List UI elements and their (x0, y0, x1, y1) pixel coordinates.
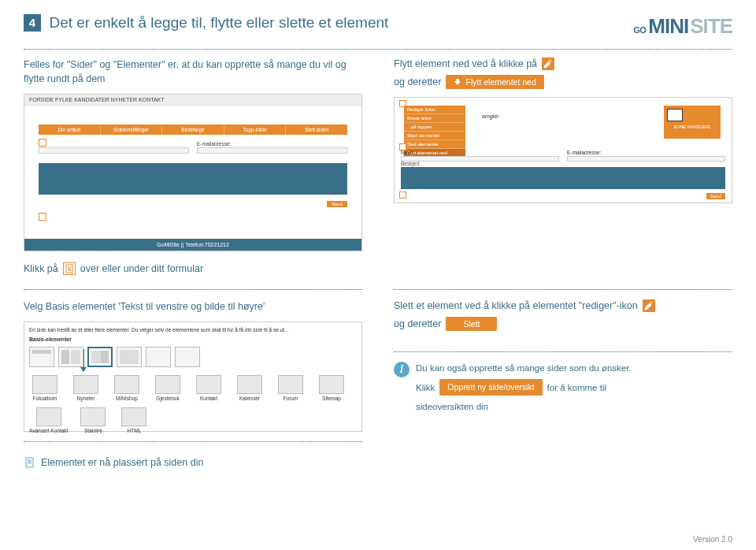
document-icon (24, 456, 36, 469)
screenshot-context-menu: Rediger felter Brede tekst ...på toppen … (394, 97, 732, 203)
logo-site: SITE (690, 14, 732, 39)
screenshot-page-editor: FORSIDE FYLKE KANDIDATER NYHETER KONTAKT… (24, 94, 362, 251)
edit-handle-icon (39, 139, 46, 147)
version-label: Version 2.0 (693, 535, 732, 544)
layout-tile (146, 347, 171, 367)
pencil-icon (542, 58, 554, 70)
module-tile: Gjestebok (152, 375, 183, 401)
layout-tile (29, 347, 54, 367)
divider (24, 49, 732, 50)
delete-button-label: Slett (463, 319, 480, 329)
tip-klikk: Klikk (416, 381, 435, 394)
click-on-prefix: Klikk på (24, 263, 58, 274)
send-button: Send (706, 193, 725, 199)
arrow-down-icon (454, 78, 461, 86)
click-on-suffix: over eller under ditt formular (80, 263, 203, 274)
card-label: EGNE HANDLERE (664, 124, 721, 129)
ss1-footer: GoMiSite || Telefon:70221212 (24, 239, 361, 251)
picker-desc: En side kan bestå av et eller flere elem… (29, 327, 357, 333)
send-button: Send (327, 201, 347, 207)
ss1-toolbar: Din artikel Sideinnstillinger Bildefarge… (39, 124, 347, 135)
delete-line2-prefix: og deretter (394, 318, 441, 329)
tip-text: Du kan også opprette så mange sider som … (416, 362, 632, 374)
choose-basis-text: Velg Basis elementet 'Tekst til venstre … (24, 299, 362, 314)
ss1-tabs: FORSIDE FYLKE KANDIDATER NYHETER KONTAKT (24, 95, 361, 106)
divider (394, 351, 732, 352)
ss1-tab: Sideinnstillinger (101, 124, 163, 135)
menu-item: Brede tekst (404, 114, 465, 123)
move-down-button[interactable]: Flytt elementet ned (446, 75, 543, 89)
basis-tab: Basis-elementer (29, 336, 357, 342)
delete-button[interactable]: Slett (446, 317, 497, 331)
label-beskjed: Beskjed: (401, 161, 421, 166)
layout-tile (117, 347, 142, 367)
ss1-tab: Slett siden (286, 124, 347, 135)
email-label: E-mailadresse: (197, 141, 347, 147)
edit-handle-icon (39, 213, 46, 221)
pencil-icon (643, 299, 655, 312)
layout-tile (175, 347, 200, 367)
label-email: E-mailadresse: (567, 150, 725, 155)
ss1-tab: Din artikel (39, 124, 101, 135)
tip-suffix: for å komme til (547, 381, 606, 394)
module-tile: Stamtre (77, 407, 109, 433)
info-icon: i (394, 362, 410, 377)
module-tile: Forum (275, 375, 306, 401)
module-tile: Avansert Kontakt (29, 407, 68, 433)
intro-text: Felles for "Sider" og "Elementer" er, at… (24, 58, 362, 86)
menu-item: Slett elementet (404, 140, 465, 149)
ss1-tab: Bildefarge (162, 124, 224, 135)
ss1-tab: Topp-bilde (224, 124, 287, 135)
module-tile: HTML (118, 407, 150, 433)
move-button-label: Flytt elementet ned (465, 77, 536, 87)
tip-last-line: sideoversikten din (416, 400, 632, 413)
create-page-button[interactable]: Opprett ny side/oversikt (439, 379, 542, 396)
move-line2-prefix: og deretter (394, 76, 441, 87)
logo-go: GO (633, 25, 646, 35)
divider (394, 289, 732, 290)
layout-tile (58, 347, 83, 367)
menu-item: Skjul elementet (404, 132, 465, 140)
module-tile: Nyheter (70, 375, 102, 401)
screenshot-element-picker: En side kan bestå av et eller flere elem… (24, 321, 362, 432)
element-placed-text: Elementet er nå plassert på siden din (41, 457, 203, 468)
delete-line1: Slett et element ved å klikke på element… (394, 300, 638, 311)
step-number-badge: 4 (24, 14, 41, 32)
divider (24, 289, 362, 290)
svg-rect-1 (26, 458, 33, 467)
module-tile: Kalender (234, 375, 265, 401)
logo: GO MINI SITE (633, 14, 732, 39)
edit-handle-icon (399, 191, 406, 199)
label-navn: Navn: (401, 150, 559, 155)
menu-item: Rediger felter (404, 106, 465, 114)
module-tile: Fotoalbum (29, 375, 61, 401)
menu-item: ...på toppen (404, 123, 465, 132)
module-tile: MINIshop (111, 375, 143, 401)
logo-mini: MINI (648, 14, 688, 39)
module-tile: Kontakt (193, 375, 224, 401)
promo-card: EGNE HANDLERE (664, 106, 721, 139)
module-tile: Sitemap (316, 375, 347, 401)
divider (24, 441, 362, 442)
page-title: Det er enkelt å legge til, flytte eller … (49, 14, 388, 32)
move-line1: Flytt element ned ved å klikke på (394, 58, 537, 69)
new-element-icon (63, 262, 76, 275)
layout-tile (87, 347, 113, 367)
create-page-label: Opprett ny side/oversikt (447, 381, 534, 393)
